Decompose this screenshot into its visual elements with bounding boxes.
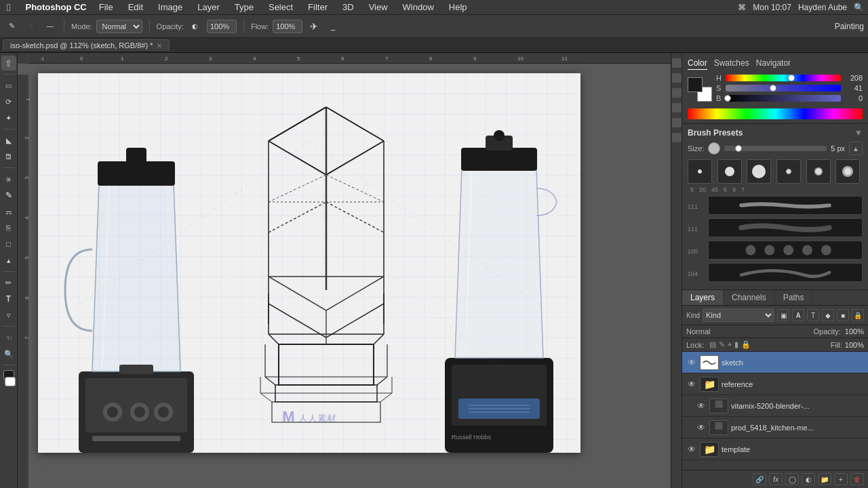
panel-icon-5[interactable] [672,118,682,127]
brush-preset-6[interactable] [835,159,860,184]
menu-filter[interactable]: Filter [305,1,330,14]
lasso-tool[interactable]: ⟳ [1,94,16,109]
panel-icon-6[interactable] [672,133,682,142]
flow-input[interactable] [273,20,302,33]
history-tool[interactable]: ⎘ [1,220,16,235]
layer-fx-icon[interactable]: fx [769,473,783,485]
crop-tool[interactable]: ◣ [1,133,16,148]
canvas-wrapper[interactable]: 1 2 3 4 5 6 7 [18,64,671,488]
sat-track[interactable] [726,85,841,92]
layer-item-reference[interactable]: 👁 📁 reference [682,373,868,395]
bri-thumb[interactable] [724,95,731,102]
apple-menu[interactable]:  [4,0,13,14]
lock-artboard-icon[interactable]: ▮ [734,340,738,349]
layer-item-kitchen[interactable]: 👁 prod_5418_kitchen-me... [682,417,868,439]
menu-layer[interactable]: Layer [195,1,222,14]
canvas-document[interactable]: Vitamix [38,73,580,453]
panel-icon-4[interactable] [672,103,682,113]
layer-kind-icon-2[interactable]: A [792,309,804,321]
brush-size-icon[interactable]: ▲ [849,142,863,155]
color-spectrum[interactable] [688,108,863,119]
brush-preset-5[interactable] [806,159,831,184]
move-tool[interactable]: ⇧ [1,56,16,70]
layer-new-icon[interactable]: + [834,473,848,485]
menu-type[interactable]: Type [232,1,256,14]
lock-all-icon[interactable]: 🔒 [741,340,751,349]
bri-track[interactable] [726,95,841,102]
fill-value[interactable]: 100% [845,341,864,349]
brush-preset-3[interactable] [747,159,771,184]
eyedropper-tool[interactable]: 🖺 [1,149,16,164]
fg-bg-swatches[interactable] [688,77,712,102]
hue-track[interactable] [726,75,841,81]
magic-wand-tool[interactable]: ✦ [1,110,16,125]
hand-tool[interactable]: ☜ [1,330,16,345]
layer-kind-icon-1[interactable]: ▣ [777,309,789,321]
layer-mask-icon[interactable]: ◯ [785,473,799,485]
brush-panel-collapse[interactable]: ▼ [854,128,863,138]
lock-position-icon[interactable]: ⌖ [728,340,732,349]
clone-tool[interactable]: ⚎ [1,204,16,219]
layer-kind-icon-6[interactable]: 🔒 [852,309,864,321]
marquee-tool[interactable]: ▭ [1,78,16,93]
mode-select[interactable]: Normal Multiply Screen [96,20,142,33]
tab-paths[interactable]: Paths [775,290,813,305]
menu-3d[interactable]: 3D [340,1,357,14]
layer-visibility-reference[interactable]: 👁 [686,379,697,390]
healing-tool[interactable]: ⚹ [1,171,16,186]
layer-visibility-vitamix[interactable]: 👁 [696,401,707,411]
lock-transparent-icon[interactable]: ▤ [709,340,716,349]
tab-channels[interactable]: Channels [724,290,775,305]
symmetry-icon[interactable]: ⎯ [326,19,340,34]
menu-view[interactable]: View [366,1,391,14]
layer-kind-icon-3[interactable]: T [807,309,819,321]
brush-tool-icon[interactable]: ✎ [4,19,19,34]
tool-option-1[interactable]: ◾ [23,19,38,34]
pen-tool[interactable]: ✏ [1,275,16,290]
tab-close-icon[interactable]: ✕ [157,42,162,49]
brush-stroke-preview-4[interactable] [708,263,863,282]
brush-tool[interactable]: ✎ [1,188,16,203]
menu-window[interactable]: Window [400,1,437,14]
brush-preset-2[interactable] [717,159,742,184]
menu-image[interactable]: Image [155,1,185,14]
layer-kind-icon-4[interactable]: ◆ [822,309,834,321]
text-tool[interactable]: T [1,291,16,306]
panel-icon-3[interactable] [672,88,682,98]
layer-kind-icon-5[interactable]: ■ [837,309,849,321]
opacity-value[interactable]: 100% [845,327,864,336]
layer-item-vitamix[interactable]: 👁 vitamix-5200-blender-... [682,395,868,417]
panel-icon-2[interactable] [672,73,682,83]
layer-link-icon[interactable]: 🔗 [753,473,766,485]
opacity-input[interactable] [207,20,237,33]
layer-kind-select[interactable]: Kind [703,308,774,322]
background-color[interactable] [5,377,16,386]
tool-option-2[interactable]: ⸻ [42,19,57,34]
layer-visibility-template[interactable]: 👁 [686,444,697,455]
brush-preset-4[interactable] [776,159,801,184]
airbrush-icon[interactable]: ✈ [307,19,321,34]
tab-color[interactable]: Color [688,57,707,70]
lock-pixels-icon[interactable]: ✎ [719,340,725,349]
document-tab[interactable]: iso-sketch.psd @ 112% (sketch, RGB/8#) *… [3,39,170,51]
layer-visibility-sketch[interactable]: 👁 [686,357,697,368]
zoom-tool[interactable]: 🔍 [1,346,16,361]
search-icon[interactable]: 🔍 [854,3,864,12]
gradient-tool[interactable]: ▴ [1,253,16,268]
brush-preset-1[interactable] [688,159,712,184]
brush-stroke-preview-1[interactable] [708,196,863,215]
brush-stroke-preview-3[interactable] [708,241,863,260]
panel-toggle-icon[interactable] [672,58,682,68]
sat-thumb[interactable] [770,85,776,92]
brush-stroke-preview-2[interactable] [708,218,863,237]
layer-delete-icon[interactable]: 🗑 [850,473,864,485]
menu-help[interactable]: Help [446,1,470,14]
menu-select[interactable]: Select [266,1,296,14]
opacity-icon[interactable]: ◐ [188,19,203,34]
layer-adjust-icon[interactable]: ◐ [802,473,815,485]
menu-file[interactable]: File [96,1,116,14]
size-thumb[interactable] [735,145,742,152]
layer-item-sketch[interactable]: 👁 sketch [682,352,868,373]
layer-visibility-kitchen[interactable]: 👁 [696,422,707,433]
tab-navigator[interactable]: Navigator [756,57,791,70]
